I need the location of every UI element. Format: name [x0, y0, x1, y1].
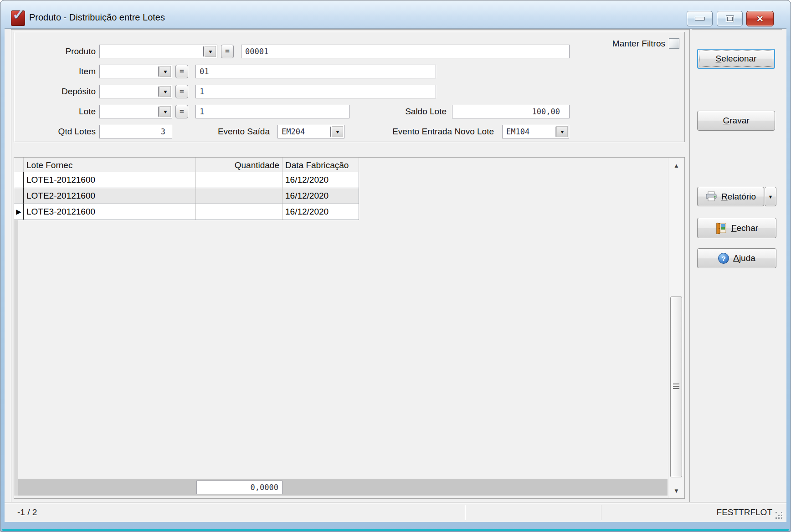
lote-equals-button[interactable]: =: [175, 105, 188, 118]
cell-data-fabricacao: 16/12/2020: [282, 172, 359, 188]
cell-data-fabricacao: 16/12/2020: [282, 204, 359, 220]
chevron-down-icon[interactable]: [556, 126, 568, 137]
resize-grip[interactable]: [776, 512, 783, 519]
lote-input[interactable]: [195, 105, 349, 118]
item-input[interactable]: [195, 65, 436, 78]
maximize-button[interactable]: [717, 11, 743, 26]
row-indicator-cell: [14, 188, 24, 204]
row-indicator-cell: ▶: [14, 204, 24, 220]
table-row[interactable]: LOTE2-20121600 16/12/2020: [14, 188, 359, 204]
close-button[interactable]: ✕: [746, 11, 774, 26]
status-divider: [601, 505, 601, 520]
cell-quantidade: [196, 172, 282, 188]
help-icon: [718, 253, 729, 264]
form-code-text: FESTTRFLOT: [638, 507, 772, 517]
lote-label: Lote: [18, 105, 96, 118]
chevron-down-icon[interactable]: [159, 66, 171, 77]
deposito-equals-button[interactable]: =: [175, 85, 188, 98]
combo-separator: [158, 107, 159, 117]
app-icon: [11, 10, 25, 26]
scrollbar-grip-icon: [673, 384, 679, 389]
combo-separator: [158, 66, 159, 77]
application-window: Produto - Distribuição entre Lotes ✕ Pro…: [0, 0, 791, 532]
lote-combo[interactable]: [99, 105, 172, 118]
saldo-lote-label: Saldo Lote: [333, 105, 447, 118]
grid-summary-bar: [18, 479, 668, 496]
row-indicator-cell: [14, 172, 24, 188]
evento-entrada-novo-lote-combo[interactable]: EM104: [502, 125, 569, 138]
column-header-data-fabricacao[interactable]: Data Fabricação: [282, 158, 359, 172]
evento-saida-label: Evento Saída: [191, 125, 270, 138]
saldo-lote-input[interactable]: [452, 105, 570, 118]
window-bottom-accent: [2, 529, 789, 531]
evento-entrada-novo-lote-value: EM104: [506, 126, 529, 138]
produto-equals-button[interactable]: =: [221, 45, 234, 58]
ajuda-label: Ajuda: [733, 253, 755, 263]
chevron-down-icon[interactable]: [159, 86, 171, 97]
maximize-icon: [726, 15, 734, 22]
window-title: Produto - Distribuição entre Lotes: [29, 12, 165, 23]
close-icon: ✕: [756, 15, 764, 23]
produto-label: Produto: [18, 45, 96, 58]
item-label: Item: [18, 65, 96, 78]
evento-entrada-novo-lote-label: Evento Entrada Novo Lote: [328, 125, 494, 138]
combo-separator: [158, 87, 159, 97]
cell-lote-fornec: LOTE2-20121600: [24, 188, 196, 204]
manter-filtros-checkbox[interactable]: [669, 38, 679, 49]
minimize-button[interactable]: [687, 11, 713, 26]
cell-lote-fornec: LOTE1-20121600: [24, 172, 196, 188]
fechar-button[interactable]: Fechar: [697, 218, 776, 238]
table-row-current[interactable]: ▶ LOTE3-20121600 16/12/2020: [14, 204, 359, 220]
quantidade-total-input[interactable]: [196, 481, 282, 494]
door-icon: [715, 222, 727, 234]
gravar-label: Gravar: [723, 116, 749, 126]
combo-separator: [203, 46, 204, 56]
current-row-icon: ▶: [14, 204, 23, 220]
status-bar: -1 / 2 FESTTRFLOT: [5, 503, 786, 522]
indicator-column-header: [14, 158, 24, 172]
selecionar-button[interactable]: Selecionar: [697, 49, 775, 69]
vertical-scrollbar[interactable]: ▲ ▼: [668, 158, 684, 498]
record-position-text: -1 / 2: [17, 507, 37, 517]
fechar-label: Fechar: [731, 223, 758, 233]
status-divider: [465, 505, 465, 520]
gravar-button[interactable]: Gravar: [697, 111, 775, 131]
cell-data-fabricacao: 16/12/2020: [282, 188, 359, 204]
chevron-down-icon[interactable]: [205, 46, 216, 57]
column-header-lote-fornec[interactable]: Lote Fornec: [24, 158, 196, 172]
relatorio-label: Relatório: [721, 192, 756, 202]
scrollbar-thumb[interactable]: [670, 297, 682, 477]
qtd-lotes-input[interactable]: [99, 125, 172, 138]
cell-quantidade: [196, 188, 282, 204]
selecionar-label: Selecionar: [716, 54, 757, 64]
produto-combo[interactable]: [99, 45, 217, 58]
cell-lote-fornec: LOTE3-20121600: [24, 204, 196, 220]
relatorio-dropdown-button[interactable]: [765, 187, 776, 206]
combo-separator: [555, 127, 555, 137]
table-header-row: Lote Fornec Quantidade Data Fabricação: [14, 158, 359, 172]
scroll-up-icon[interactable]: ▲: [668, 159, 684, 171]
qtd-lotes-label: Qtd Lotes: [18, 125, 96, 138]
chevron-down-icon[interactable]: [159, 106, 171, 117]
minimize-icon: [695, 17, 705, 20]
relatorio-button[interactable]: Relatório: [697, 187, 764, 206]
item-combo[interactable]: [99, 65, 172, 78]
indicator-column-strip: [14, 220, 18, 496]
item-equals-button[interactable]: =: [175, 65, 188, 78]
scroll-down-icon[interactable]: ▼: [668, 485, 684, 496]
column-header-quantidade[interactable]: Quantidade: [196, 158, 282, 172]
table-row[interactable]: LOTE1-20121600 16/12/2020: [14, 172, 359, 188]
deposito-combo[interactable]: [99, 85, 172, 98]
evento-saida-value: EM204: [282, 126, 305, 138]
ajuda-button[interactable]: Ajuda: [697, 248, 776, 268]
produto-input[interactable]: [241, 45, 570, 58]
cell-quantidade: [196, 204, 282, 220]
deposito-input[interactable]: [195, 85, 436, 98]
titlebar[interactable]: Produto - Distribuição entre Lotes: [5, 0, 786, 28]
printer-icon: [705, 191, 717, 202]
deposito-label: Depósito: [18, 85, 96, 98]
lotes-table: Lote Fornec Quantidade Data Fabricação L…: [14, 158, 359, 220]
manter-filtros-label: Manter Filtros: [574, 38, 665, 49]
